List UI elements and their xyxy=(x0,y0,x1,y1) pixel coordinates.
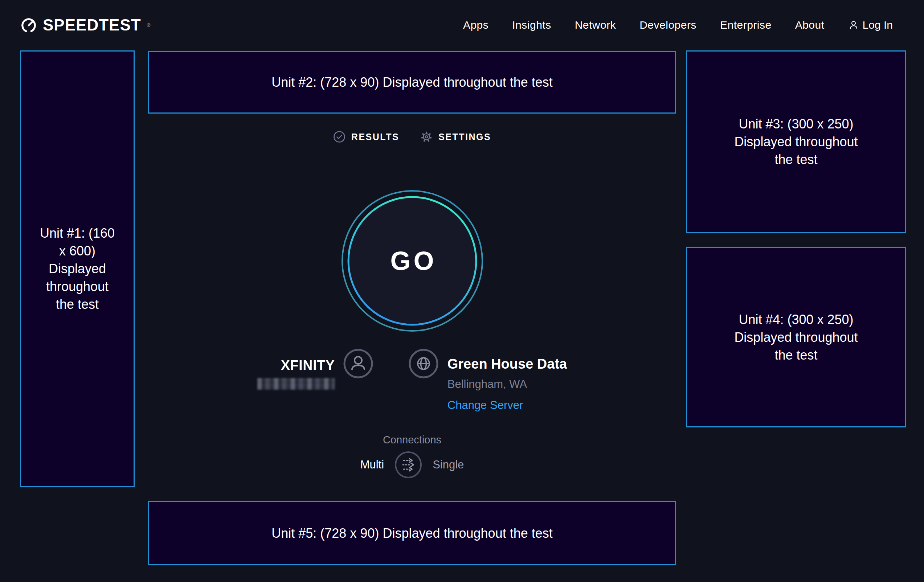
ad-unit-1: Unit #1: (160 x 600) Displayed throughou… xyxy=(20,50,135,487)
globe-icon xyxy=(408,348,439,379)
change-server-link[interactable]: Change Server xyxy=(447,399,523,412)
settings-tab-label: SETTINGS xyxy=(439,132,491,142)
tab-results[interactable]: RESULTS xyxy=(333,130,399,143)
connection-mode-toggle[interactable] xyxy=(394,451,422,479)
check-circle-icon xyxy=(333,130,345,143)
results-tab-label: RESULTS xyxy=(351,132,399,142)
go-label: GO xyxy=(390,246,437,276)
nav-item-about[interactable]: About xyxy=(795,19,825,31)
speedtest-page: SPEEDTEST® Apps Insights Network Develop… xyxy=(0,0,924,582)
logo-wordmark: SPEEDTEST xyxy=(43,16,141,34)
server-block: Green House Data Bellingham, WA Change S… xyxy=(408,348,567,412)
connections-row: Multi Single xyxy=(148,451,676,479)
connections-multi-option[interactable]: Multi xyxy=(360,458,384,472)
trademark-symbol: ® xyxy=(147,23,151,28)
server-location: Bellingham, WA xyxy=(447,378,567,391)
isp-details-redacted xyxy=(257,378,335,390)
user-icon xyxy=(848,20,859,30)
login-label: Log In xyxy=(863,19,893,31)
ad-unit-5: Unit #5: (728 x 90) Displayed throughout… xyxy=(148,501,676,565)
ad-unit-4: Unit #4: (300 x 250) Displayed throughou… xyxy=(686,247,906,427)
ad-unit-2: Unit #2: (728 x 90) Displayed throughout… xyxy=(148,51,676,114)
connection-info: XFINITY Green House Data Bellingham, WA … xyxy=(148,348,676,412)
nav-item-insights[interactable]: Insights xyxy=(512,19,551,31)
gear-icon xyxy=(420,130,432,143)
nav-item-apps[interactable]: Apps xyxy=(463,19,488,31)
ad-unit-3-text: Unit #3: (300 x 250) Displayed throughou… xyxy=(726,115,866,168)
tab-settings[interactable]: SETTINGS xyxy=(420,130,491,143)
ad-unit-1-text: Unit #1: (160 x 600) Displayed throughou… xyxy=(39,224,116,313)
gauge-icon xyxy=(20,17,37,33)
isp-name: XFINITY xyxy=(257,358,335,373)
main-nav: Apps Insights Network Developers Enterpr… xyxy=(463,19,893,31)
ad-unit-4-text: Unit #4: (300 x 250) Displayed throughou… xyxy=(726,311,866,364)
connections-single-option[interactable]: Single xyxy=(432,458,464,472)
ad-unit-5-text: Unit #5: (728 x 90) Displayed throughout… xyxy=(271,524,553,542)
go-button[interactable]: GO xyxy=(341,190,483,332)
top-nav-bar: SPEEDTEST® Apps Insights Network Develop… xyxy=(0,0,924,50)
person-icon xyxy=(343,348,373,379)
login-button[interactable]: Log In xyxy=(848,19,893,31)
view-tabs: RESULTS SETTINGS xyxy=(148,130,676,143)
multi-connection-icon xyxy=(394,451,422,479)
ad-unit-3: Unit #3: (300 x 250) Displayed throughou… xyxy=(686,50,906,233)
nav-item-network[interactable]: Network xyxy=(575,19,616,31)
nav-item-enterprise[interactable]: Enterprise xyxy=(720,19,772,31)
go-button-area: GO xyxy=(148,190,676,332)
isp-block: XFINITY xyxy=(257,348,373,412)
ad-unit-2-text: Unit #2: (728 x 90) Displayed throughout… xyxy=(271,73,553,91)
nav-item-developers[interactable]: Developers xyxy=(639,19,696,31)
connections-label: Connections xyxy=(148,434,676,446)
server-name: Green House Data xyxy=(447,356,567,372)
speedtest-logo[interactable]: SPEEDTEST® xyxy=(20,16,150,34)
